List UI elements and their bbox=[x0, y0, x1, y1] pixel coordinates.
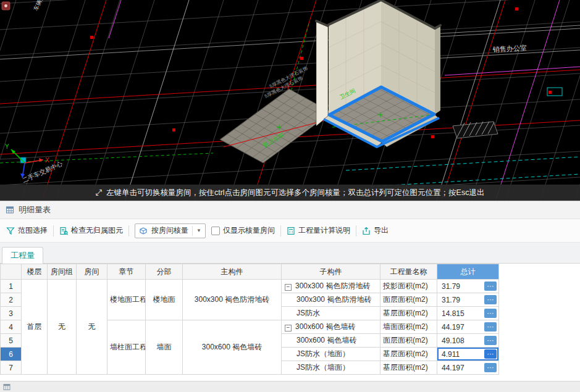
header-room[interactable]: 房间 bbox=[77, 264, 107, 280]
row-number[interactable]: 7 bbox=[1, 361, 22, 375]
cell-main-comp-floor[interactable]: 300x300 褐色防滑地砖 bbox=[183, 280, 282, 320]
cell-quantity-name[interactable]: 基层面积(m2) bbox=[380, 361, 437, 375]
locate-button[interactable]: ⋯ bbox=[484, 309, 497, 318]
cell-total-selected[interactable]: 4.911⋯ bbox=[437, 348, 499, 361]
3d-room-model[interactable] bbox=[316, 0, 440, 147]
header-section[interactable]: 章节 bbox=[107, 264, 146, 280]
cell-sub-component[interactable]: −300x600 褐色墙砖 bbox=[282, 320, 380, 334]
locate-button[interactable]: ⋯ bbox=[484, 322, 497, 332]
row-number[interactable]: 3 bbox=[1, 307, 22, 320]
tab-quantities-label: 工程量 bbox=[11, 250, 35, 261]
tab-quantities[interactable]: 工程量 bbox=[2, 247, 43, 264]
bottom-status-strip bbox=[0, 381, 580, 392]
room-cube-icon bbox=[139, 227, 148, 235]
header-floor[interactable]: 楼层 bbox=[22, 264, 48, 280]
total-value: 4.911 bbox=[442, 350, 460, 359]
header-sub-component[interactable]: 子构件 bbox=[282, 264, 380, 280]
collapse-icon[interactable]: − bbox=[285, 284, 292, 291]
cell-quantity-name[interactable]: 面层面积(m2) bbox=[380, 334, 437, 348]
show-only-measured-label: 仅显示核量房间 bbox=[223, 225, 275, 236]
panel-title: 明细量表 bbox=[19, 204, 51, 215]
header-room-group[interactable]: 房间组 bbox=[48, 264, 77, 280]
header-main-component[interactable]: 主构件 bbox=[183, 264, 282, 280]
cell-total[interactable]: 14.815⋯ bbox=[437, 307, 499, 320]
total-value: 44.197 bbox=[442, 364, 464, 372]
toolbar-divider bbox=[356, 225, 356, 236]
header-total[interactable]: 总计 bbox=[437, 264, 499, 280]
cell-total[interactable]: 31.79⋯ bbox=[437, 293, 499, 307]
header-part[interactable]: 分部 bbox=[146, 264, 183, 280]
cell-floor[interactable]: 首层 bbox=[22, 280, 48, 375]
chevron-down-icon: ▼ bbox=[192, 226, 201, 236]
total-value: 31.79 bbox=[442, 282, 460, 291]
measure-mode-value: 按房间核量 bbox=[151, 225, 188, 236]
header-row-number[interactable] bbox=[1, 264, 22, 280]
cell-part-wall[interactable]: 墙面 bbox=[146, 320, 183, 375]
table-row: 1 首层 无 无 楼地面工程 楼地面 300x300 褐色防滑地砖 −300x3… bbox=[1, 280, 499, 293]
row-number[interactable]: 1 bbox=[1, 280, 22, 293]
cell-total[interactable]: 44.197⋯ bbox=[437, 361, 499, 375]
cell-quantity-name[interactable]: 基层面积(m2) bbox=[380, 348, 437, 361]
3d-viewport[interactable]: 车辆停放处 销售办公室 5厚黑色大理石装饰 5厚黑色大理石装饰 男卫生间 卫生间… bbox=[0, 0, 580, 201]
range-select-label: 范围选择 bbox=[18, 225, 48, 236]
show-only-measured-checkbox[interactable]: 仅显示核量房间 bbox=[211, 225, 275, 236]
empty-area bbox=[0, 375, 580, 381]
cell-sub-component[interactable]: JS防水 bbox=[282, 307, 380, 320]
collapse-icon[interactable]: − bbox=[285, 325, 292, 332]
check-document-icon bbox=[59, 227, 68, 235]
calc-explanation-button[interactable]: 工程量计算说明 bbox=[287, 225, 350, 236]
cell-section-wall[interactable]: 墙柱面工程 bbox=[107, 320, 146, 375]
detail-table-toolbar: 范围选择 检查无归属图元 按房间核量 ▼ 仅显示核量房间 bbox=[0, 219, 580, 243]
sub-component-text: 300x600 褐色墙砖 bbox=[295, 322, 355, 331]
status-hint-text: 左键单击可切换核量房间，按住ctrl点击房间图元可选择多个房间核量；双击总计列可… bbox=[106, 188, 485, 198]
table-panel-icon bbox=[6, 206, 14, 214]
cell-quantity-name[interactable]: 墙面面积(m2) bbox=[380, 320, 437, 334]
toolbar-divider bbox=[53, 225, 54, 236]
total-value: 14.815 bbox=[442, 309, 464, 318]
locate-button[interactable]: ⋯ bbox=[484, 363, 497, 372]
cell-total[interactable]: 31.79⋯ bbox=[437, 280, 499, 293]
calc-explanation-label: 工程量计算说明 bbox=[298, 225, 350, 236]
header-quantity-name[interactable]: 工程量名称 bbox=[380, 264, 437, 280]
export-button[interactable]: 导出 bbox=[362, 225, 389, 236]
cell-room[interactable]: 无 bbox=[77, 280, 107, 375]
cell-section-floor[interactable]: 楼地面工程 bbox=[107, 280, 146, 320]
cell-sub-component[interactable]: 300x300 褐色防滑地砖 bbox=[282, 293, 380, 307]
row-number[interactable]: 5 bbox=[1, 334, 22, 348]
cell-quantity-name[interactable]: 投影面积(m2) bbox=[380, 280, 437, 293]
application-window: 车辆停放处 销售办公室 5厚黑色大理石装饰 5厚黑色大理石装饰 男卫生间 卫生间… bbox=[0, 0, 580, 392]
locate-button-active[interactable]: ⋯ bbox=[484, 349, 497, 359]
row-number[interactable]: 2 bbox=[1, 293, 22, 307]
cad-drawing: 车辆停放处 销售办公室 5厚黑色大理石装饰 5厚黑色大理石装饰 男卫生间 卫生间… bbox=[0, 0, 580, 201]
cell-sub-component[interactable]: JS防水（地面） bbox=[282, 348, 380, 361]
locate-button[interactable]: ⋯ bbox=[484, 336, 497, 345]
row-number-selected[interactable]: 6 bbox=[1, 348, 22, 361]
tab-bar: 工程量 bbox=[0, 243, 580, 264]
detail-table-panel-header: 明细量表 bbox=[0, 201, 580, 219]
viewport-status-bar: ⤢ 左键单击可切换核量房间，按住ctrl点击房间图元可选择多个房间核量；双击总计… bbox=[0, 185, 580, 201]
total-value: 44.197 bbox=[442, 323, 464, 332]
cell-part-floor[interactable]: 楼地面 bbox=[146, 280, 183, 320]
cell-total[interactable]: 49.108⋯ bbox=[437, 334, 499, 348]
total-value: 49.108 bbox=[442, 336, 464, 345]
quantities-table: 楼层 房间组 房间 章节 分部 主构件 子构件 工程量名称 总计 1 首层 无 … bbox=[0, 264, 499, 375]
locate-button[interactable]: ⋯ bbox=[484, 295, 497, 304]
cell-room-group[interactable]: 无 bbox=[48, 280, 77, 375]
cell-quantity-name[interactable]: 面层面积(m2) bbox=[380, 293, 437, 307]
row-number[interactable]: 4 bbox=[1, 320, 22, 334]
measure-mode-dropdown[interactable]: 按房间核量 ▼ bbox=[135, 223, 206, 238]
cell-sub-component[interactable]: −300x300 褐色防滑地砖 bbox=[282, 280, 380, 293]
range-select-button[interactable]: 范围选择 bbox=[6, 225, 48, 236]
panel-grid-icon[interactable] bbox=[3, 383, 11, 391]
checkbox-unchecked[interactable] bbox=[211, 227, 220, 235]
cell-sub-component[interactable]: JS防水（墙面） bbox=[282, 361, 380, 375]
cell-total[interactable]: 44.197⋯ bbox=[437, 320, 499, 334]
cell-sub-component[interactable]: 300x600 褐色墙砖 bbox=[282, 334, 380, 348]
cell-quantity-name[interactable]: 基层面积(m2) bbox=[380, 307, 437, 320]
cell-main-comp-wall[interactable]: 300x600 褐色墙砖 bbox=[183, 320, 282, 375]
locate-button[interactable]: ⋯ bbox=[484, 281, 497, 291]
check-unowned-button[interactable]: 检查无归属图元 bbox=[59, 225, 123, 236]
viewport-tool-icon[interactable] bbox=[2, 2, 10, 10]
total-value: 31.79 bbox=[442, 296, 460, 304]
axis-x-label: X bbox=[45, 157, 49, 164]
